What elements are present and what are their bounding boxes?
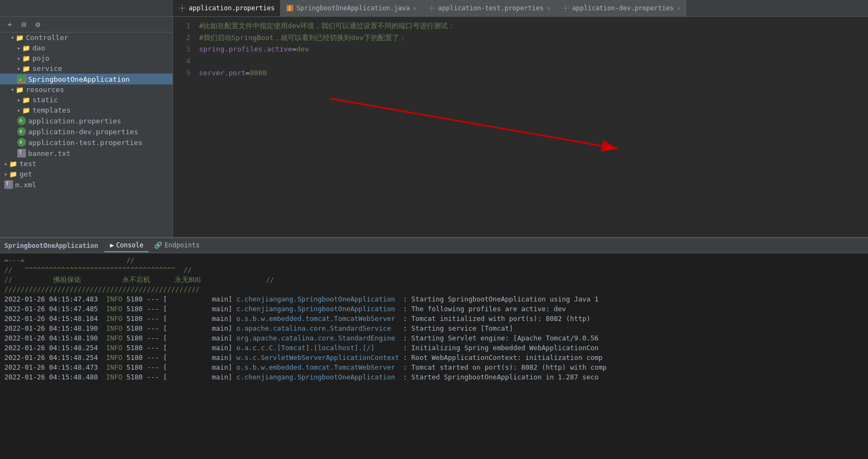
log-message: : Started SpringbootOneApplication in 1.… [403, 373, 599, 381]
settings-button[interactable]: ⚙ [32, 19, 43, 30]
sidebar-item-label: templates [32, 106, 70, 114]
sidebar-item-springboot-app-file[interactable]: ☕SpringbootOneApplication [0, 74, 173, 84]
sidebar-item-app-props-file[interactable]: aapplication.properties [0, 115, 173, 126]
folder-icon: 📁 [22, 65, 30, 73]
bottom-panel: SpringbootOneApplication ▶Console🔗Endpoi… [0, 237, 868, 459]
tab-app-props[interactable]: application.properties [173, 0, 281, 16]
sidebar-item-label: banner.txt [28, 149, 70, 158]
gear-icon [178, 4, 186, 12]
expand-arrow-icon: ▸ [17, 97, 21, 103]
add-button[interactable]: + [4, 19, 15, 30]
console-line-12: 2022-01-26 04:15:48.480 INFO 5180 --- [ … [4, 372, 864, 382]
bottom-tab-endpoints[interactable]: 🔗Endpoints [149, 239, 205, 252]
log-class: c.chenjiangang.SpringbootOneApplication [232, 295, 403, 303]
sidebar-item-test-folder[interactable]: ▸📁test [0, 159, 173, 169]
log-date: 2022-01-26 04:15:48.190 [4, 324, 98, 332]
code-line-3: 3spring.profiles.active=dev [173, 45, 868, 57]
sidebar-item-controller[interactable]: ▾📁Controller [0, 32, 173, 43]
log-level: INFO [98, 314, 127, 323]
svg-line-18 [330, 99, 618, 148]
sidebar-item-pojo[interactable]: ▸📁pojo [0, 53, 173, 63]
log-class: c.chenjiangang.SpringbootOneApplication [232, 305, 403, 313]
expand-arrow-icon: ▸ [17, 107, 21, 113]
content-area: + ⊟ ⚙ ▾📁Controller▸📁dao▸📁pojo▸📁service☕S… [0, 17, 868, 237]
folder-icon: 📁 [9, 171, 17, 178]
line-code: spring.profiles.active=dev [199, 45, 864, 53]
log-message: : Starting SpringbootOneApplication usin… [403, 295, 599, 303]
sidebar-item-templates[interactable]: ▸📁templates [0, 105, 173, 115]
properties-file-icon: a [17, 116, 26, 125]
svg-point-4 [565, 7, 567, 9]
tab-label: application.properties [189, 4, 275, 12]
svg-text:a: a [19, 129, 22, 134]
bottom-tab-console[interactable]: ▶Console [104, 239, 149, 252]
sidebar-item-pom-file[interactable]: Tm.xml [0, 179, 173, 190]
log-level: INFO [98, 295, 127, 303]
log-level: INFO [98, 373, 127, 381]
log-thread: --- [ main] [143, 334, 233, 342]
sidebar-item-app-dev-file[interactable]: aapplication-dev.properties [0, 126, 173, 137]
svg-point-3 [430, 7, 433, 9]
sidebar-item-label: dao [32, 44, 45, 52]
sidebar-item-resources[interactable]: ▾📁resources [0, 84, 173, 95]
log-date: 2022-01-26 04:15:48.473 [4, 363, 98, 371]
log-date: 2022-01-26 04:15:48.480 [4, 373, 98, 381]
sidebar-item-service[interactable]: ▸📁service [0, 63, 173, 74]
tab-app-dev-props[interactable]: application-dev.properties× [556, 0, 686, 16]
console-content[interactable]: =---= //// ^^^^^^^^^^^^^^^^^^^^^^^^^^^^^… [0, 253, 868, 459]
svg-text:T: T [19, 150, 22, 155]
log-pid: 5180 [127, 314, 143, 323]
bottom-tab-label: Console [116, 241, 144, 249]
equals-text-text: = [246, 69, 250, 77]
expand-arrow-icon: ▸ [17, 45, 21, 51]
log-thread: --- [ main] [143, 363, 233, 371]
log-message: : Root WebApplicationContext: initializa… [403, 353, 603, 362]
log-level: INFO [98, 324, 127, 332]
log-pid: 5180 [127, 353, 143, 362]
log-message: : The following profiles are active: dev [403, 305, 566, 313]
line-number: 2 [177, 34, 199, 42]
log-message: : Starting service [Tomcat] [403, 324, 513, 332]
folder-icon: 📁 [22, 44, 30, 52]
tab-close-button[interactable]: × [677, 5, 681, 12]
log-level: INFO [98, 334, 127, 342]
line-code: #我们启动SpringBoot，就可以看到已经切换到dev下的配置了； [199, 33, 864, 43]
txt-file-icon: T [4, 180, 13, 189]
log-class: org.apache.catalina.core.StandardEngine [232, 334, 403, 342]
svg-text:a: a [19, 140, 22, 145]
tab-springboot-app[interactable]: JSpringbootOneApplication.java× [281, 0, 422, 16]
line-number: 3 [177, 45, 199, 53]
log-class: o.s.b.w.embedded.tomcat.TomcatWebServer [232, 314, 403, 323]
folder-icon: 📁 [9, 160, 17, 168]
key-text-text: spring.profiles.active [199, 45, 292, 53]
tab-app-test-props[interactable]: application-test.properties× [422, 0, 556, 16]
console-line-10: 2022-01-26 04:15:48.254 INFO 5180 --- [ … [4, 353, 864, 363]
sidebar-item-banner-file[interactable]: Tbanner.txt [0, 148, 173, 159]
sidebar-item-label: test [19, 160, 36, 168]
tab-close-button[interactable]: × [413, 5, 416, 12]
endpoints-icon: 🔗 [154, 241, 162, 249]
expand-arrow-icon: ▸ [4, 161, 8, 167]
console-line-0: =---= // [4, 255, 864, 265]
value-text-text: 8080 [250, 69, 267, 77]
bottom-tabs-bar: SpringbootOneApplication ▶Console🔗Endpoi… [0, 238, 868, 253]
editor-content[interactable]: 1#比如在配置文件中指定使用dev环境，我们可以通过设置不同的端口号进行测试；2… [173, 17, 868, 237]
sidebar-item-label: static [32, 96, 58, 104]
console-line-2: // 佛祖保佑 永不宕机 永无BUG // [4, 275, 864, 285]
log-thread: --- [ main] [143, 314, 233, 323]
sidebar-item-dao[interactable]: ▸📁dao [0, 43, 173, 53]
log-date: 2022-01-26 04:15:48.184 [4, 314, 98, 323]
sidebar-item-app-test-file[interactable]: aapplication-test.properties [0, 137, 173, 148]
line-code: #比如在配置文件中指定使用dev环境，我们可以通过设置不同的端口号进行测试； [199, 21, 864, 31]
console-line-8: 2022-01-26 04:15:48.190 INFO 5180 --- [ … [4, 333, 864, 343]
gear-icon [562, 4, 569, 12]
log-level: INFO [98, 305, 127, 313]
tab-close-button[interactable]: × [547, 5, 551, 12]
tabs-bar: application.propertiesJSpringbootOneAppl… [0, 0, 868, 17]
console-line-7: 2022-01-26 04:15:48.190 INFO 5180 --- [ … [4, 324, 864, 333]
sidebar-item-target-folder[interactable]: ▸📁get [0, 169, 173, 179]
sidebar-item-static[interactable]: ▸📁static [0, 95, 173, 105]
expand-arrow-icon: ▾ [11, 35, 14, 41]
layout-button[interactable]: ⊟ [18, 19, 29, 30]
log-date: 2022-01-26 04:15:48.254 [4, 344, 98, 352]
